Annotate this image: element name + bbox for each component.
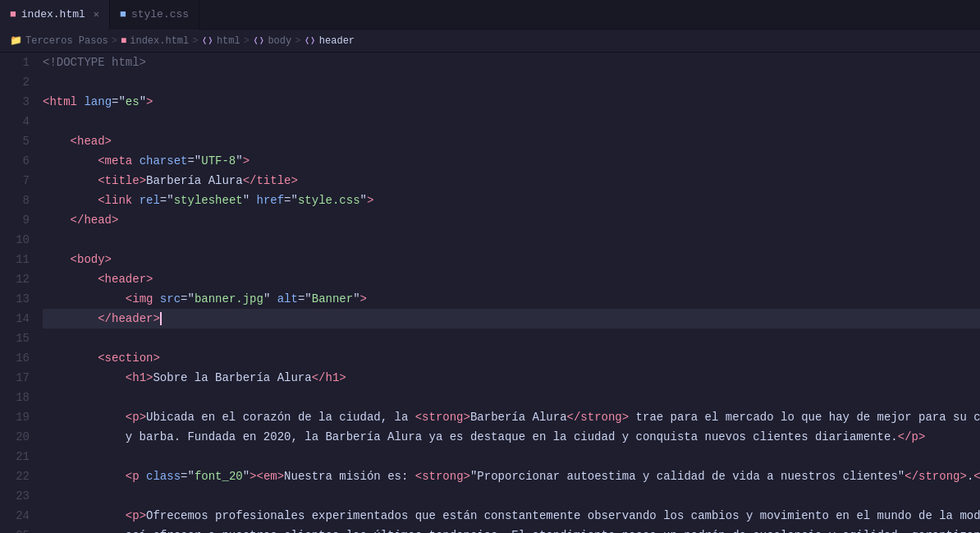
code-line-15 bbox=[43, 329, 980, 348]
breadcrumb-folder: 📁 bbox=[10, 34, 22, 47]
code-line-5: <head> bbox=[43, 131, 980, 151]
code-line-9: </head> bbox=[43, 210, 980, 230]
code-line-17: <h1>Sobre la Barbería Alura</h1> bbox=[43, 368, 980, 388]
code-line-10 bbox=[43, 230, 980, 250]
code-line-13: <img src="banner.jpg" alt="Banner"> bbox=[43, 289, 980, 309]
html-file-icon: ■ bbox=[10, 8, 16, 21]
breadcrumb-html-tag: html bbox=[217, 35, 240, 47]
code-line-2 bbox=[43, 72, 980, 92]
breadcrumb-html-icon: ■ bbox=[121, 35, 126, 47]
css-file-icon: ■ bbox=[120, 8, 126, 21]
code-line-16: <section> bbox=[43, 348, 980, 368]
tab-style-css[interactable]: ■ style.css bbox=[110, 0, 199, 30]
code-line-11: <body> bbox=[43, 250, 980, 269]
editor[interactable]: 12345 678910 1112131415 1617181920 21222… bbox=[0, 53, 980, 533]
tab-bar: ■ index.html ✕ ■ style.css bbox=[0, 0, 980, 30]
code-line-23: <p>Ofrecemos profesionales experimentado… bbox=[43, 506, 980, 526]
code-line-21: <p class="font_20"><em>Nuestra misión es… bbox=[43, 466, 980, 486]
breadcrumb-header-tag: header bbox=[319, 35, 355, 47]
tab-index-html[interactable]: ■ index.html ✕ bbox=[0, 0, 110, 30]
tab-label-style-css: style.css bbox=[131, 8, 189, 21]
breadcrumb-sep-1: > bbox=[112, 35, 117, 47]
breadcrumb-index-html: index.html bbox=[130, 35, 189, 47]
breadcrumb-sep-4: > bbox=[295, 35, 300, 47]
breadcrumb-sep-3: > bbox=[244, 35, 250, 47]
code-line-6: <meta charset="UTF-8"> bbox=[43, 151, 980, 171]
breadcrumb: 📁 Terceros Pasos > ■ index.html > ❬❭ htm… bbox=[0, 30, 980, 53]
breadcrumb-body-tag: body bbox=[268, 35, 291, 47]
breadcrumb-terceros: Terceros Pasos bbox=[25, 35, 108, 47]
code-line-22 bbox=[43, 486, 980, 506]
breadcrumb-sep-2: > bbox=[192, 35, 198, 47]
breadcrumb-header-tag-icon: ❬❭ bbox=[304, 34, 315, 47]
code-line-1: <!DOCTYPE html> bbox=[43, 53, 980, 72]
code-line-23b: así ofrecer a nuestros clientes las últi… bbox=[43, 526, 980, 533]
line-numbers: 12345 678910 1112131415 1617181920 21222… bbox=[0, 53, 39, 533]
code-line-19b: y barba. Fundada en 2020, la Barbería Al… bbox=[43, 427, 980, 447]
code-line-3: <html lang="es"> bbox=[43, 92, 980, 112]
code-line-20 bbox=[43, 447, 980, 466]
tab-close-index-html[interactable]: ✕ bbox=[94, 8, 99, 21]
code-line-12: <header> bbox=[43, 269, 980, 289]
code-line-4 bbox=[43, 112, 980, 131]
code-line-19: <p>Ubicada en el corazón de la ciudad, l… bbox=[43, 407, 980, 427]
code-line-8: <link rel="stylesheet" href="style.css"> bbox=[43, 191, 980, 210]
breadcrumb-html-tag-icon: ❬❭ bbox=[201, 34, 213, 47]
code-line-7: <title>Barbería Alura</title> bbox=[43, 171, 980, 191]
tab-label-index-html: index.html bbox=[21, 8, 85, 21]
breadcrumb-body-tag-icon: ❬❭ bbox=[253, 34, 264, 47]
code-editor[interactable]: <!DOCTYPE html> <html lang="es"> <head> … bbox=[39, 53, 980, 533]
code-line-18 bbox=[43, 388, 980, 407]
code-line-14: </header> bbox=[43, 309, 980, 329]
